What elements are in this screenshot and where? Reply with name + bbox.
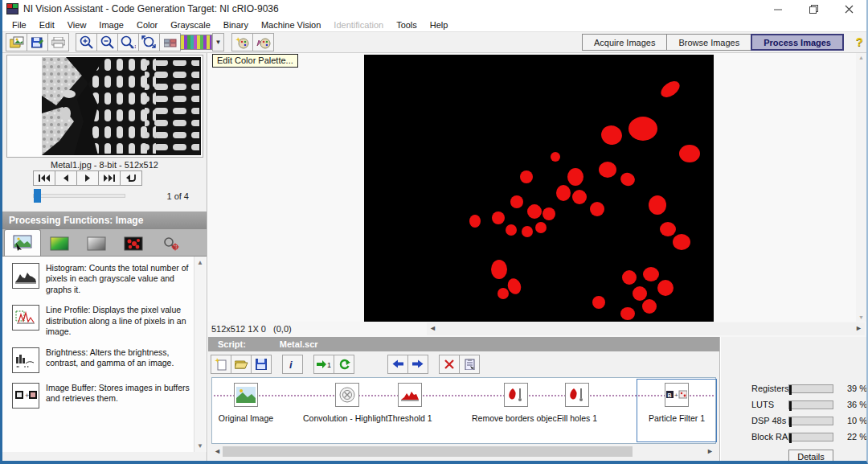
step-original-image[interactable]: Original Image <box>202 383 290 423</box>
processing-function-tabs <box>2 229 207 256</box>
svg-text:1:1: 1:1 <box>130 44 136 49</box>
menu-color[interactable]: Color <box>130 19 164 31</box>
open-script-icon[interactable] <box>231 355 252 374</box>
performance-meter-icon[interactable] <box>459 355 480 374</box>
last-image-button[interactable] <box>98 170 121 186</box>
particle-blob <box>556 185 571 201</box>
resource-row-luts: LUTS 36 % <box>721 400 866 411</box>
resource-value: 22 % <box>840 432 867 441</box>
next-image-button[interactable] <box>76 170 99 186</box>
zoom-fit-icon[interactable] <box>138 33 160 51</box>
particle-blob <box>633 286 647 301</box>
scroll-right-icon[interactable]: ► <box>706 447 714 455</box>
list-item-histogram[interactable]: Histogram: Counts the total number of pi… <box>2 257 207 298</box>
step-forward-icon[interactable] <box>407 355 428 374</box>
image-slider-track[interactable] <box>33 194 125 198</box>
list-item-image-buffer[interactable]: + Image Buffer: Stores images in buffers… <box>2 376 207 412</box>
zoom-1to1-icon[interactable]: 1:1 <box>117 33 139 51</box>
scrollbar-thumb[interactable] <box>223 446 633 457</box>
machine-vision-tab[interactable] <box>152 232 189 256</box>
edit-palette-icon[interactable] <box>252 33 274 51</box>
menu-view[interactable]: View <box>61 19 93 31</box>
loop-playback-button[interactable] <box>120 170 142 186</box>
script-horizontal-scrollbar[interactable]: ◄ ► <box>211 446 716 458</box>
svg-text:+: + <box>674 392 678 399</box>
run-once-icon[interactable]: 1 <box>313 355 334 374</box>
color-tab[interactable] <box>41 232 78 256</box>
viewer-horizontal-scrollbar[interactable]: ◄ ► <box>427 322 865 335</box>
menu-grayscale[interactable]: Grayscale <box>164 19 217 31</box>
help-icon[interactable]: ? <box>856 35 863 48</box>
particle-blob <box>527 204 542 219</box>
menu-file[interactable]: File <box>6 19 33 31</box>
close-button[interactable] <box>831 0 866 18</box>
step-threshold[interactable]: Threshold 1 <box>366 383 454 423</box>
threshold-icon <box>398 383 422 407</box>
new-script-icon[interactable] <box>211 355 231 374</box>
image-slider-thumb[interactable] <box>34 189 41 203</box>
zoom-in-icon[interactable] <box>76 33 97 51</box>
minimize-button[interactable] <box>760 0 796 18</box>
particle-blob <box>522 226 533 237</box>
process-images-button[interactable]: Process Images <box>751 34 844 51</box>
list-item-line-profile[interactable]: Line Profile: Displays the pixel value d… <box>2 298 207 340</box>
save-image-button[interactable] <box>27 33 48 51</box>
save-script-icon[interactable] <box>251 355 272 374</box>
info-icon[interactable]: i <box>282 355 303 374</box>
page-indicator: 1 of 4 <box>166 191 189 201</box>
particle-blob <box>660 222 676 236</box>
menu-help[interactable]: Help <box>424 19 455 31</box>
menu-binary[interactable]: Binary <box>217 19 255 31</box>
scroll-left-icon[interactable]: ◄ <box>214 447 221 455</box>
image-navigation <box>33 170 141 186</box>
run-loop-icon[interactable] <box>334 355 354 374</box>
scroll-down-icon[interactable]: ▼ <box>194 442 206 450</box>
menu-edit[interactable]: Edit <box>33 19 61 31</box>
menu-machine-vision[interactable]: Machine Vision <box>255 19 327 31</box>
palette-dropdown[interactable]: ▼ <box>212 33 224 51</box>
restore-button[interactable] <box>796 0 831 18</box>
step-back-icon[interactable] <box>387 355 408 374</box>
particle-blob <box>510 195 523 208</box>
resource-row-registers: Registers 39 % <box>721 384 866 395</box>
function-list: Histogram: Counts the total number of pi… <box>2 256 207 452</box>
particle-blob <box>679 145 700 162</box>
script-steps-strip: Original Image Convolution - Highlight..… <box>211 377 716 444</box>
color-swatches-icon[interactable] <box>159 33 181 51</box>
particle-blob <box>657 280 674 296</box>
scroll-down-icon[interactable]: ▼ <box>856 314 866 320</box>
scroll-up-icon[interactable]: ▲ <box>194 259 206 266</box>
first-image-button[interactable] <box>33 170 55 186</box>
zoom-out-icon[interactable] <box>96 33 118 51</box>
particle-blob <box>622 270 637 285</box>
menu-tools[interactable]: Tools <box>390 19 424 31</box>
grayscale-tab[interactable] <box>78 232 115 256</box>
image-tab[interactable] <box>4 229 41 256</box>
scroll-right-icon[interactable]: ► <box>855 324 862 332</box>
image-viewer[interactable]: ▲ ▼ <box>208 53 866 322</box>
delete-step-icon[interactable] <box>439 355 460 374</box>
details-button[interactable]: Details <box>788 450 833 463</box>
browse-images-button[interactable]: Browse Images <box>666 34 751 51</box>
scroll-left-icon[interactable]: ◄ <box>429 324 436 332</box>
step-fill-holes[interactable]: Fill holes 1 <box>533 383 621 423</box>
step-particle-filter[interactable]: B+ Particle Filter 1 <box>633 383 721 423</box>
app-window: NI Vision Assistant - Code Generation Ta… <box>0 0 868 464</box>
menu-bar: File Edit View Image Color Grayscale Bin… <box>2 18 866 31</box>
new-palette-icon[interactable] <box>231 33 253 51</box>
particle-blob <box>469 215 481 228</box>
script-file-name: Metal.scr <box>280 339 318 349</box>
print-icon[interactable] <box>47 33 69 51</box>
binary-tab[interactable] <box>115 232 152 256</box>
particle-blob <box>590 202 604 216</box>
list-item-brightness[interactable]: Brightness: Alters the brightness, contr… <box>2 341 207 376</box>
viewer-vertical-scrollbar[interactable]: ▲ ▼ <box>856 53 866 322</box>
previous-image-button[interactable] <box>55 170 77 186</box>
step-label: Original Image <box>202 413 290 423</box>
acquire-images-button[interactable]: Acquire Images <box>582 34 667 51</box>
image-canvas[interactable] <box>364 55 714 322</box>
menu-image[interactable]: Image <box>92 19 130 31</box>
scroll-up-icon[interactable]: ▲ <box>856 55 866 60</box>
open-image-button[interactable] <box>6 33 27 51</box>
image-status-text: 512x512 1X 0 (0,0) <box>211 324 292 334</box>
